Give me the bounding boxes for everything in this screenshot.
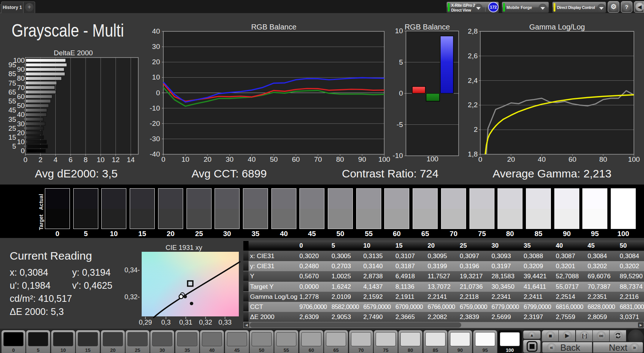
- svg-text:60: 60: [568, 155, 576, 163]
- svg-text:80: 80: [599, 155, 607, 163]
- svg-text:2,6: 2,6: [468, 52, 478, 60]
- svg-text:0: 0: [478, 155, 483, 163]
- svg-text:30: 30: [226, 155, 234, 163]
- svg-text:RGB Balance: RGB Balance: [404, 23, 450, 31]
- svg-text:12: 12: [112, 156, 120, 164]
- svg-text:85: 85: [8, 70, 16, 78]
- svg-text:55: 55: [8, 97, 16, 105]
- svg-text:10: 10: [152, 73, 160, 81]
- svg-text:70: 70: [314, 155, 322, 163]
- svg-text:95: 95: [8, 61, 16, 69]
- svg-text:0: 0: [399, 89, 403, 97]
- svg-text:10: 10: [182, 155, 189, 163]
- svg-text:70: 70: [17, 84, 25, 92]
- svg-text:50: 50: [270, 155, 278, 163]
- svg-text:40: 40: [538, 155, 546, 163]
- svg-text:40: 40: [248, 155, 256, 163]
- svg-text:20: 20: [204, 155, 212, 163]
- svg-text:25: 25: [8, 124, 16, 132]
- svg-text:8: 8: [84, 156, 88, 164]
- svg-text:100: 100: [628, 155, 640, 163]
- svg-text:2,8: 2,8: [468, 27, 478, 35]
- svg-text:75: 75: [8, 79, 16, 87]
- svg-text:10: 10: [17, 138, 25, 146]
- svg-text:0: 0: [24, 156, 28, 164]
- svg-text:80: 80: [17, 74, 25, 82]
- svg-text:90: 90: [358, 155, 366, 163]
- svg-text:1,8: 1,8: [468, 150, 478, 158]
- svg-text:100: 100: [426, 155, 438, 163]
- svg-text:30: 30: [17, 120, 25, 128]
- svg-text:0,3: 0,3: [161, 319, 170, 326]
- svg-text:5: 5: [12, 142, 16, 150]
- svg-text:90: 90: [17, 65, 25, 73]
- svg-text:-40: -40: [150, 150, 160, 158]
- svg-text:15: 15: [8, 133, 16, 141]
- svg-text:10: 10: [395, 27, 403, 35]
- svg-text:50: 50: [17, 102, 25, 109]
- svg-text:2,4: 2,4: [468, 77, 478, 84]
- svg-text:2: 2: [474, 126, 478, 133]
- svg-text:0,31: 0,31: [179, 319, 192, 326]
- svg-text:DeltaE 2000: DeltaE 2000: [54, 49, 93, 57]
- svg-text:10: 10: [97, 156, 105, 164]
- svg-text:-10: -10: [150, 104, 160, 112]
- svg-text:5: 5: [399, 58, 403, 66]
- svg-text:35: 35: [8, 115, 16, 123]
- svg-text:0: 0: [156, 89, 160, 97]
- svg-text:0,29: 0,29: [139, 319, 152, 326]
- svg-text:40: 40: [152, 27, 160, 35]
- svg-text:20: 20: [152, 58, 160, 66]
- svg-text:45: 45: [8, 106, 16, 114]
- svg-text:40: 40: [17, 111, 25, 118]
- svg-text:Gamma Log/Log: Gamma Log/Log: [529, 23, 585, 31]
- svg-text:-20: -20: [150, 120, 160, 127]
- svg-text:60: 60: [292, 155, 300, 163]
- svg-text:60: 60: [17, 93, 25, 100]
- svg-text:20: 20: [17, 129, 25, 137]
- svg-text:2: 2: [38, 156, 43, 164]
- svg-text:80: 80: [336, 155, 344, 163]
- svg-text:-30: -30: [150, 135, 160, 143]
- svg-text:2,2: 2,2: [468, 101, 478, 109]
- svg-text:0: 0: [161, 155, 166, 163]
- svg-text:0,33: 0,33: [218, 319, 231, 326]
- svg-text:6: 6: [69, 156, 73, 164]
- svg-text:100: 100: [378, 155, 390, 163]
- svg-text:0,32: 0,32: [199, 319, 212, 326]
- svg-text:-10: -10: [393, 152, 403, 160]
- svg-text:CIE 1931 xy: CIE 1931 xy: [166, 244, 202, 251]
- svg-text:30: 30: [152, 43, 160, 50]
- svg-text:-5: -5: [397, 121, 403, 128]
- svg-text:20: 20: [507, 155, 515, 163]
- svg-text:14: 14: [127, 156, 135, 164]
- svg-text:4: 4: [53, 156, 58, 164]
- svg-text:65: 65: [8, 88, 16, 96]
- svg-text:RGB Balance: RGB Balance: [251, 23, 296, 31]
